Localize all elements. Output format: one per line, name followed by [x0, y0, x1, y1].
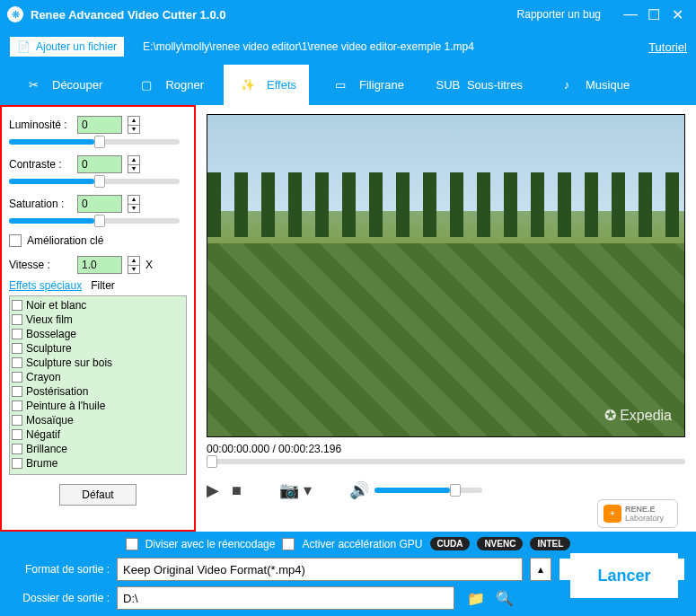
- filter-item[interactable]: Négatif: [12, 427, 184, 442]
- report-bug-link[interactable]: Rapporter un bug: [517, 8, 601, 21]
- filter-checkbox[interactable]: [12, 400, 22, 411]
- video-preview[interactable]: ✪ Expedia: [207, 114, 685, 437]
- split-reencode-label: Diviser avec le réencodage: [145, 538, 276, 550]
- filter-item[interactable]: Postérisation: [12, 384, 184, 399]
- saturation-spinner[interactable]: ▲▼: [128, 195, 140, 213]
- filter-checkbox[interactable]: [12, 458, 22, 469]
- contrast-label: Contraste :: [9, 158, 72, 171]
- tutorial-link[interactable]: Tutoriel: [648, 40, 687, 54]
- filter-item[interactable]: Brume: [12, 456, 184, 471]
- tab-subtitles[interactable]: SUB Sous-titres: [424, 65, 535, 105]
- filter-item[interactable]: Peinture à l'huile: [12, 399, 184, 413]
- timecode-display: 00:00:00.000 / 00:00:23.196: [207, 443, 685, 455]
- output-format-select[interactable]: Keep Original Video Format(*.mp4): [117, 558, 523, 581]
- default-button[interactable]: Défaut: [59, 484, 136, 506]
- filter-item[interactable]: Brillance: [12, 442, 184, 456]
- stop-button[interactable]: ■: [232, 481, 242, 500]
- filter-checkbox[interactable]: [12, 415, 22, 426]
- intel-badge: INTEL: [530, 537, 570, 550]
- output-folder-input[interactable]: D:\: [117, 586, 454, 610]
- subtitles-icon: SUB: [436, 75, 460, 95]
- main-tabs: ✂ Découper ▢ Rogner ✨ Effets ▭ Filigrane…: [0, 65, 696, 105]
- scissors-icon: ✂: [22, 75, 45, 95]
- filter-item[interactable]: Sculpture sur bois: [12, 356, 184, 370]
- seek-slider[interactable]: [207, 459, 685, 464]
- contrast-slider[interactable]: [9, 179, 180, 184]
- contrast-spinner[interactable]: ▲▼: [128, 155, 140, 173]
- app-title: Renee Advanced Video Cutter 1.0.0: [31, 8, 225, 22]
- titlebar: ❋ Renee Advanced Video Cutter 1.0.0 Rapp…: [0, 0, 696, 29]
- filter-item[interactable]: Vieux film: [12, 312, 184, 327]
- add-file-button[interactable]: 📄 Ajouter un fichier: [9, 36, 125, 57]
- preview-panel: ✪ Expedia 00:00:00.000 / 00:00:23.196 ▶ …: [196, 105, 696, 532]
- tab-effects[interactable]: ✨ Effets: [224, 65, 309, 105]
- music-icon: ♪: [555, 75, 578, 95]
- file-toolbar: 📄 Ajouter un fichier E:\molly\molly\rene…: [0, 29, 696, 65]
- saturation-label: Saturation :: [9, 198, 72, 210]
- speed-unit: X: [145, 259, 153, 271]
- wand-icon: ✨: [236, 75, 260, 95]
- saturation-slider[interactable]: [9, 218, 180, 224]
- renee-logo: + RENE.ELaboratory: [597, 499, 678, 528]
- contrast-input[interactable]: [77, 155, 122, 173]
- filter-tab[interactable]: Filter: [91, 279, 115, 292]
- watermark-icon: ▭: [329, 75, 352, 95]
- volume-icon[interactable]: 🔊: [349, 480, 369, 500]
- play-button[interactable]: ▶: [207, 480, 219, 500]
- speed-input[interactable]: [77, 256, 122, 274]
- filter-checkbox[interactable]: [12, 314, 22, 325]
- filter-item[interactable]: Bosselage: [12, 327, 184, 341]
- plus-icon: +: [603, 505, 621, 523]
- special-effects-tab[interactable]: Effets spéciaux: [9, 279, 82, 292]
- effects-panel: Luminosité : ▲▼ Contraste : ▲▼ Saturatio…: [0, 105, 196, 532]
- folder-search-icon[interactable]: 🔍: [496, 590, 514, 607]
- filter-item[interactable]: Noir et blanc: [12, 298, 184, 312]
- tab-watermark[interactable]: ▭ Filigrane: [316, 65, 417, 105]
- crop-icon: ▢: [135, 75, 158, 95]
- filter-checkbox[interactable]: [12, 429, 22, 440]
- filter-checkbox[interactable]: [12, 343, 22, 354]
- gpu-accel-checkbox[interactable]: [282, 538, 295, 550]
- filter-item[interactable]: Mosaïque: [12, 413, 184, 427]
- tab-music[interactable]: ♪ Musique: [542, 65, 642, 105]
- snapshot-button[interactable]: 📷 ▾: [279, 480, 312, 500]
- saturation-input[interactable]: [77, 195, 122, 213]
- key-enhancement-checkbox[interactable]: [9, 234, 22, 247]
- speed-spinner[interactable]: ▲▼: [128, 256, 140, 274]
- output-folder-label: Dossier de sortie :: [11, 592, 110, 604]
- minimize-button[interactable]: —: [619, 6, 642, 22]
- brightness-slider[interactable]: [9, 139, 180, 145]
- brightness-input[interactable]: [77, 116, 122, 134]
- filter-checkbox[interactable]: [12, 444, 22, 454]
- add-file-label: Ajouter un fichier: [36, 40, 117, 53]
- filter-item[interactable]: Crayon: [12, 370, 184, 384]
- volume-slider[interactable]: [374, 488, 482, 493]
- current-filepath: E:\molly\molly\renee video editor\1\rene…: [143, 40, 474, 53]
- brightness-spinner[interactable]: ▲▼: [128, 116, 140, 134]
- format-dropdown-button[interactable]: ▴: [530, 558, 551, 581]
- filter-checkbox[interactable]: [12, 300, 22, 311]
- filter-checkbox[interactable]: [12, 329, 22, 339]
- gpu-accel-label: Activer accélération GPU: [302, 538, 422, 550]
- key-enhancement-label: Amélioration clé: [27, 234, 103, 247]
- folder-browse-icon[interactable]: 📁: [467, 590, 485, 607]
- globe-icon: ✪: [604, 407, 616, 424]
- output-format-label: Format de sortie :: [11, 563, 110, 576]
- split-reencode-checkbox[interactable]: [126, 538, 138, 550]
- tab-crop[interactable]: ▢ Rogner: [122, 65, 216, 105]
- close-button[interactable]: ✕: [665, 6, 689, 23]
- maximize-button[interactable]: ☐: [642, 6, 665, 23]
- cuda-badge: CUDA: [430, 537, 471, 550]
- filter-checkbox[interactable]: [12, 372, 22, 383]
- brightness-label: Luminosité :: [9, 119, 72, 131]
- launch-button[interactable]: Lancer: [570, 553, 678, 598]
- nvenc-badge: NVENC: [477, 537, 523, 550]
- filter-item[interactable]: Sculpture: [12, 341, 184, 356]
- tab-cut[interactable]: ✂ Découper: [9, 65, 115, 105]
- filter-list[interactable]: Noir et blancVieux filmBosselageSculptur…: [9, 295, 187, 475]
- speed-label: Vitesse :: [9, 259, 72, 271]
- filter-checkbox[interactable]: [12, 357, 22, 368]
- preview-watermark: ✪ Expedia: [604, 407, 672, 424]
- filter-checkbox[interactable]: [12, 386, 22, 397]
- app-logo-icon: ❋: [7, 6, 23, 22]
